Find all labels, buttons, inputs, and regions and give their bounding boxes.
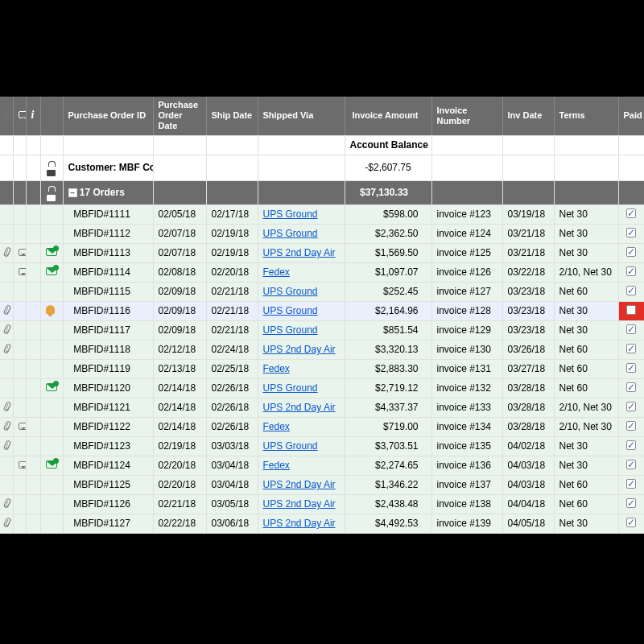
- paid-checkbox[interactable]: [626, 363, 636, 373]
- shipped-via-link[interactable]: Fedex: [263, 266, 290, 278]
- table-row[interactable]: MBFID#112302/19/1803/03/18UPS Ground$3,7…: [0, 436, 644, 456]
- info-cell[interactable]: [26, 494, 40, 514]
- shipped-via-cell[interactable]: UPS Ground: [258, 320, 345, 340]
- shipped-via-cell[interactable]: UPS Ground: [258, 282, 345, 301]
- shipped-via-header[interactable]: Shipped Via: [258, 97, 345, 135]
- info-cell[interactable]: [26, 204, 40, 224]
- paid-cell[interactable]: [618, 417, 644, 436]
- paid-checkbox[interactable]: [626, 266, 636, 276]
- comment-cell[interactable]: [13, 301, 26, 320]
- flag-cell[interactable]: [40, 417, 63, 436]
- comment-header[interactable]: [13, 97, 26, 135]
- shipped-via-link[interactable]: UPS 2nd Day Air: [263, 479, 336, 490]
- ship-date-header[interactable]: Ship Date: [206, 97, 258, 135]
- comment-cell[interactable]: [13, 340, 26, 359]
- po-id-header[interactable]: Purchase Order ID: [63, 97, 153, 135]
- shipped-via-cell[interactable]: Fedex: [258, 456, 345, 475]
- flag-cell[interactable]: [40, 282, 63, 301]
- paid-checkbox[interactable]: [626, 479, 636, 489]
- po-date-header[interactable]: Purchase Order Date: [153, 97, 206, 135]
- orders-summary-row[interactable]: – 17 Orders $37,130.33: [0, 180, 644, 204]
- paid-cell[interactable]: [618, 224, 644, 243]
- shipped-via-cell[interactable]: UPS 2nd Day Air: [258, 514, 345, 533]
- table-row[interactable]: MBFID#112002/14/1802/26/18UPS Ground$2,7…: [0, 378, 644, 398]
- table-row[interactable]: MBFID#112502/20/1803/04/18UPS 2nd Day Ai…: [0, 475, 644, 494]
- comment-cell[interactable]: [13, 436, 26, 456]
- paid-checkbox[interactable]: [626, 344, 636, 353]
- flag-cell[interactable]: [40, 359, 63, 378]
- table-row[interactable]: MBFID#111102/05/1802/17/18UPS Ground$598…: [0, 204, 644, 224]
- table-row[interactable]: MBFID#112602/21/1803/05/18UPS 2nd Day Ai…: [0, 494, 644, 514]
- info-header[interactable]: i: [26, 97, 40, 135]
- table-row[interactable]: MBFID#111502/09/1802/21/18UPS Ground$252…: [0, 282, 644, 301]
- attach-cell[interactable]: [0, 340, 13, 359]
- info-cell[interactable]: [26, 475, 40, 494]
- table-row[interactable]: MBFID#111702/09/1802/21/18UPS Ground$851…: [0, 320, 644, 340]
- shipped-via-link[interactable]: Fedex: [263, 460, 290, 471]
- comment-cell[interactable]: [13, 417, 26, 436]
- attach-cell[interactable]: [0, 282, 13, 301]
- attach-cell[interactable]: [0, 417, 13, 436]
- flag-cell[interactable]: [40, 224, 63, 243]
- info-cell[interactable]: [26, 359, 40, 378]
- collapse-icon[interactable]: –: [68, 188, 77, 197]
- table-row[interactable]: MBFID#111402/08/1802/20/18Fedex$1,097.07…: [0, 262, 644, 282]
- shipped-via-cell[interactable]: Fedex: [258, 359, 345, 378]
- table-row[interactable]: MBFID#111802/12/1802/24/18UPS 2nd Day Ai…: [0, 340, 644, 359]
- shipped-via-link[interactable]: UPS Ground: [263, 324, 318, 336]
- paid-cell[interactable]: [618, 398, 644, 417]
- paid-cell[interactable]: [618, 204, 644, 224]
- attach-cell[interactable]: [0, 359, 13, 378]
- shipped-via-link[interactable]: UPS Ground: [263, 440, 318, 452]
- flag-cell[interactable]: [40, 475, 63, 494]
- paid-checkbox[interactable]: [626, 440, 636, 450]
- comment-cell[interactable]: [13, 475, 26, 494]
- attach-cell[interactable]: [0, 436, 13, 456]
- info-cell[interactable]: [26, 282, 40, 301]
- table-row[interactable]: MBFID#111302/07/1802/19/18UPS 2nd Day Ai…: [0, 243, 644, 262]
- paid-cell[interactable]: [618, 494, 644, 514]
- flag-cell[interactable]: [40, 204, 63, 224]
- shipped-via-cell[interactable]: UPS 2nd Day Air: [258, 475, 345, 494]
- table-row[interactable]: MBFID#112102/14/1802/26/18UPS 2nd Day Ai…: [0, 398, 644, 417]
- table-row[interactable]: MBFID#111202/07/1802/19/18UPS Ground$2,3…: [0, 224, 644, 243]
- info-cell[interactable]: [26, 378, 40, 398]
- paid-cell[interactable]: [618, 378, 644, 398]
- paid-checkbox[interactable]: [626, 421, 636, 431]
- flag-cell[interactable]: [40, 436, 63, 456]
- paid-checkbox[interactable]: [626, 228, 636, 237]
- paid-cell[interactable]: [618, 456, 644, 475]
- flag-cell[interactable]: [40, 456, 63, 475]
- shipped-via-cell[interactable]: UPS 2nd Day Air: [258, 243, 345, 262]
- table-row[interactable]: MBFID#111602/09/1802/21/18UPS Ground$2,1…: [0, 301, 644, 320]
- shipped-via-link[interactable]: UPS Ground: [263, 382, 318, 394]
- terms-header[interactable]: Terms: [554, 97, 618, 135]
- attach-cell[interactable]: [0, 204, 13, 224]
- shipped-via-cell[interactable]: UPS 2nd Day Air: [258, 340, 345, 359]
- paid-cell[interactable]: [618, 514, 644, 533]
- attach-cell[interactable]: [0, 398, 13, 417]
- attach-cell[interactable]: [0, 475, 13, 494]
- table-row[interactable]: MBFID#111902/13/1802/25/18Fedex$2,883.30…: [0, 359, 644, 378]
- comment-cell[interactable]: [13, 204, 26, 224]
- comment-cell[interactable]: [13, 282, 26, 301]
- paid-cell[interactable]: [618, 475, 644, 494]
- attach-cell[interactable]: [0, 514, 13, 533]
- comment-cell[interactable]: [13, 494, 26, 514]
- info-cell[interactable]: [26, 320, 40, 340]
- paid-checkbox[interactable]: [626, 286, 636, 295]
- paid-checkbox[interactable]: [626, 208, 636, 218]
- paid-cell[interactable]: [618, 262, 644, 282]
- info-cell[interactable]: [26, 224, 40, 243]
- paid-checkbox[interactable]: [626, 518, 636, 527]
- info-cell[interactable]: [26, 340, 40, 359]
- flag-cell[interactable]: [40, 320, 63, 340]
- comment-cell[interactable]: [13, 456, 26, 475]
- flag-cell[interactable]: [40, 514, 63, 533]
- shipped-via-link[interactable]: UPS 2nd Day Air: [263, 518, 336, 529]
- info-cell[interactable]: [26, 398, 40, 417]
- paid-checkbox[interactable]: [626, 402, 636, 411]
- info-cell[interactable]: [26, 436, 40, 456]
- info-cell[interactable]: [26, 514, 40, 533]
- paid-cell[interactable]: [618, 243, 644, 262]
